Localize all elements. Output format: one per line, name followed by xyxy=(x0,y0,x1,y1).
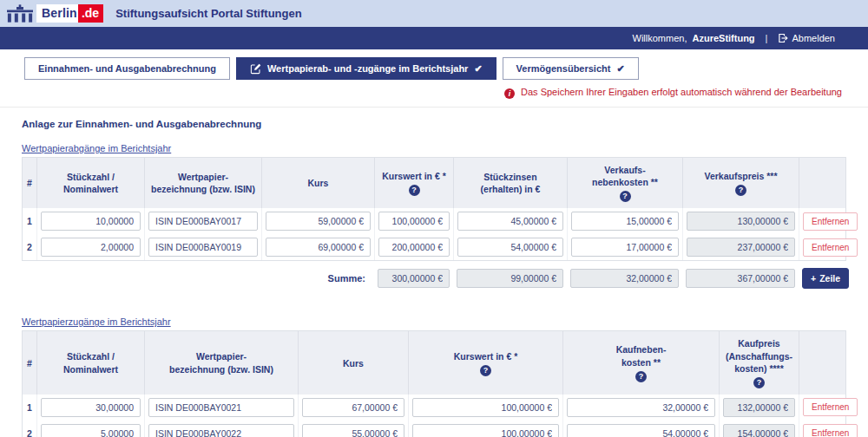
row-number: 1 xyxy=(23,395,37,421)
kaufpreis-field xyxy=(723,424,795,437)
help-icon[interactable]: ? xyxy=(480,365,491,376)
col-actions xyxy=(799,331,845,395)
plus-icon: + xyxy=(811,273,816,284)
kurs-input[interactable] xyxy=(302,398,404,417)
link-wertpapierabgaenge[interactable]: Wertpapierabgänge im Berichtsjahr xyxy=(22,143,171,153)
col-bezeichnung: Wertpapier-bezeichnung (bzw. ISIN) xyxy=(145,331,299,395)
link-wertpapierzugaenge[interactable]: Wertpapierzugänge im Berichtsjahr xyxy=(22,316,171,327)
logo-brand-text: Berlin xyxy=(36,4,82,23)
wertpapier-bezeichnung-input[interactable] xyxy=(148,238,258,257)
wertpapier-bezeichnung-input[interactable] xyxy=(148,424,294,437)
logout-label: Abmelden xyxy=(792,33,835,43)
brandenburg-gate-icon xyxy=(7,4,33,23)
stueckzinsen-input[interactable] xyxy=(457,238,563,257)
tab-einnahmen-ausgabenabrechnung[interactable]: Einnahmen- und Ausgabenabrechnung xyxy=(24,57,230,80)
col-kurs: Kurs xyxy=(262,158,375,208)
col-kurswert: Kurswert in € *? xyxy=(375,158,454,208)
notice-text: Das Speichern Ihrer Eingaben erfolgt aut… xyxy=(521,87,842,97)
col-stueckzinsen: Stückzinsen(erhalten) in € xyxy=(454,158,568,208)
kurswert-input[interactable] xyxy=(412,398,559,417)
add-row-button[interactable]: +Zeile xyxy=(802,268,849,289)
summe-stueckzinsen-field xyxy=(457,269,563,288)
abgaenge-summe-row: Summe: +Zeile xyxy=(22,264,846,292)
autosave-notice: i Das Speichern Ihrer Eingaben erfolgt a… xyxy=(0,80,868,108)
col-kurswert: Kurswert in € *? xyxy=(409,331,563,395)
col-verkaufspreis: Verkaufspreis ***? xyxy=(683,158,799,208)
row-number: 2 xyxy=(23,421,37,437)
verkaufsnebenkosten-input[interactable] xyxy=(571,212,679,231)
help-icon[interactable]: ? xyxy=(635,371,647,382)
stueckzahl-input[interactable] xyxy=(41,398,141,417)
username: AzureStiftung xyxy=(692,33,754,43)
kurs-input[interactable] xyxy=(302,424,404,437)
summe-label: Summe: xyxy=(261,264,374,292)
site-header: Berlin .de Stiftungsaufsicht Portal Stif… xyxy=(0,0,868,27)
col-nr: # xyxy=(23,331,37,395)
col-kaufnebenkosten: Kaufneben-kosten **? xyxy=(563,331,720,395)
section-heading: Anlage zur Einnahmen- und Ausgabenabrech… xyxy=(22,119,846,129)
tab-label: Vermögensübersicht xyxy=(516,63,611,74)
help-icon[interactable]: ? xyxy=(409,185,420,196)
remove-row-button[interactable]: Entfernen xyxy=(803,398,858,416)
kurs-input[interactable] xyxy=(266,238,371,257)
verkaufspreis-field xyxy=(687,212,795,231)
stueckzahl-input[interactable] xyxy=(41,212,141,231)
verkaufsnebenkosten-input[interactable] xyxy=(571,238,679,257)
verkaufspreis-field xyxy=(687,238,795,257)
summe-verkaufsnebenkosten-field xyxy=(570,269,679,288)
edit-icon xyxy=(250,63,261,75)
wertpapier-bezeichnung-input[interactable] xyxy=(148,212,258,231)
info-icon: i xyxy=(504,88,515,99)
separator: | xyxy=(766,33,768,43)
stueckzinsen-input[interactable] xyxy=(457,212,563,231)
logout-link[interactable]: Abmelden xyxy=(778,33,835,43)
berlin-de-logo[interactable]: Berlin .de xyxy=(7,4,103,23)
abgaenge-table-header: # Stückzahl / Nominalwert Wertpapier-bez… xyxy=(23,158,845,208)
page-title: Stiftungsaufsicht Portal Stiftungen xyxy=(115,7,302,20)
summe-kurswert-field xyxy=(378,269,450,288)
row-number: 2 xyxy=(23,234,37,260)
kaufpreis-field xyxy=(723,398,795,417)
zugaenge-table-header: # Stückzahl / Nominalwert Wertpapier-bez… xyxy=(23,331,845,395)
tab-bar: Einnahmen- und Ausgabenabrechnung Wertpa… xyxy=(0,49,868,80)
zugaenge-row-1: 1 Entfernen xyxy=(23,395,845,421)
kurswert-input[interactable] xyxy=(412,424,559,437)
col-bezeichnung: Wertpapier-bezeichnung (bzw. ISIN) xyxy=(145,158,262,208)
welcome-text: Willkommen, xyxy=(633,33,687,43)
check-icon: ✔ xyxy=(616,63,624,75)
col-actions xyxy=(799,158,845,208)
remove-row-button[interactable]: Entfernen xyxy=(803,424,858,437)
col-kaufpreis: Kaufpreis(Anschaffungs-kosten) ****? xyxy=(720,331,799,395)
col-verkaufsnebenkosten: Verkaufs-nebenkosten **? xyxy=(568,158,683,208)
kurswert-input[interactable] xyxy=(378,238,450,257)
tab-label: Einnahmen- und Ausgabenabrechnung xyxy=(38,63,216,74)
help-icon[interactable]: ? xyxy=(753,377,765,388)
tab-label: Wertpapierab- und -zugänge im Berichtsja… xyxy=(267,63,468,74)
help-icon[interactable]: ? xyxy=(620,191,631,202)
col-stueckzahl: Stückzahl / Nominalwert xyxy=(37,331,145,395)
col-kurs: Kurs xyxy=(299,331,409,395)
remove-row-button[interactable]: Entfernen xyxy=(803,212,858,231)
col-stueckzahl: Stückzahl / Nominalwert xyxy=(37,158,145,208)
tab-wertpapiere-berichtsjahr[interactable]: Wertpapierab- und -zugänge im Berichtsja… xyxy=(236,57,496,80)
remove-row-button[interactable]: Entfernen xyxy=(803,238,858,257)
stiftungsaufsicht-portal: Berlin .de Stiftungsaufsicht Portal Stif… xyxy=(0,0,868,437)
stueckzahl-input[interactable] xyxy=(41,238,141,257)
logo-tld-text: .de xyxy=(78,4,103,23)
zugaenge-row-2: 2 Entfernen xyxy=(23,421,845,437)
stueckzahl-input[interactable] xyxy=(41,424,141,437)
help-icon[interactable]: ? xyxy=(735,185,746,196)
kaufnebenkosten-input[interactable] xyxy=(567,398,715,417)
check-icon: ✔ xyxy=(474,63,482,75)
kurswert-input[interactable] xyxy=(378,212,450,231)
abgaenge-row-1: 1 Entfernen xyxy=(23,208,845,234)
wertpapier-bezeichnung-input[interactable] xyxy=(148,398,294,417)
summe-verkaufspreis-field xyxy=(686,269,795,288)
abgaenge-row-2: 2 Entfernen xyxy=(23,234,845,260)
logout-icon xyxy=(778,33,788,43)
col-nr: # xyxy=(23,158,37,208)
kurs-input[interactable] xyxy=(266,212,371,231)
tab-vermoegensuebersicht[interactable]: Vermögensübersicht ✔ xyxy=(503,57,639,80)
zugaenge-table: # Stückzahl / Nominalwert Wertpapier-bez… xyxy=(22,330,846,437)
kaufnebenkosten-input[interactable] xyxy=(567,424,715,437)
